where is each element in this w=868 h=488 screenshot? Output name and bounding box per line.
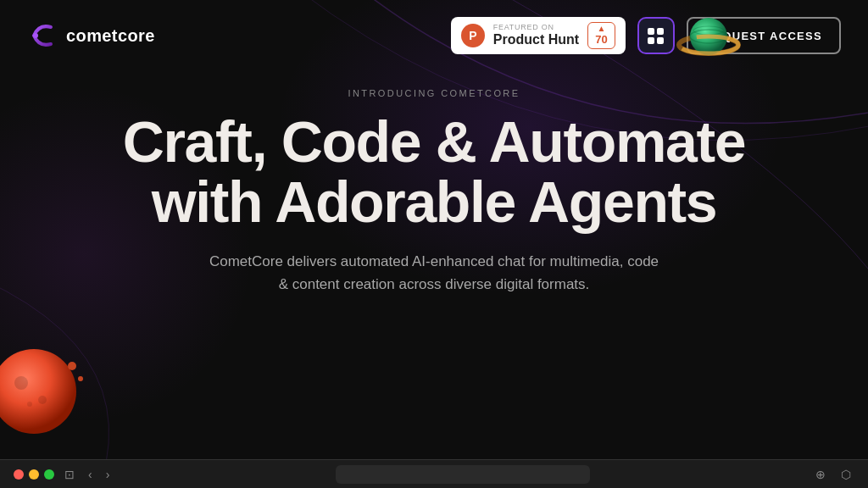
taskbar-right: ⊕ ⬡ <box>812 468 854 481</box>
svg-point-9 <box>27 402 32 407</box>
close-button-dot[interactable] <box>14 469 24 480</box>
hero-title: Craft, Code & Automate with Adorable Age… <box>123 112 745 233</box>
svg-point-10 <box>68 362 76 370</box>
main-content: cometcore P FEATURED ON Product Hunt ▲ 7… <box>0 0 868 459</box>
dice-grid-icon <box>648 28 664 44</box>
nav-forward-button[interactable]: › <box>103 468 114 481</box>
nav-right: P FEATURED ON Product Hunt ▲ 70 <box>451 17 841 54</box>
ph-vote-box: ▲ 70 <box>587 22 615 49</box>
taskbar-left: ⊡ ‹ › <box>14 468 113 481</box>
logo-text: cometcore <box>66 26 155 46</box>
logo-area: cometcore <box>27 20 155 51</box>
hero-subtitle: CometCore delivers automated AI-enhanced… <box>205 250 663 296</box>
planet-left-decoration <box>0 332 85 437</box>
dice-dot-1 <box>648 28 654 35</box>
svg-point-8 <box>38 396 47 404</box>
nav-back-button[interactable]: ‹ <box>85 468 96 481</box>
hero-title-line2: with Adorable Agents <box>152 169 717 234</box>
hero-title-line1: Craft, Code & Automate <box>123 109 745 174</box>
svg-point-7 <box>14 376 28 390</box>
share-button[interactable]: ⬡ <box>837 468 854 481</box>
app-grid-button[interactable] <box>637 17 675 54</box>
ph-vote-count: 70 <box>595 33 607 47</box>
ph-name: Product Hunt <box>493 32 579 47</box>
svg-point-11 <box>78 376 83 381</box>
add-tab-button[interactable]: ⊕ <box>812 468 829 481</box>
minimize-button-dot[interactable] <box>29 469 39 480</box>
svg-point-6 <box>0 349 76 434</box>
traffic-lights <box>14 469 54 480</box>
svg-point-0 <box>33 33 38 38</box>
intro-label: INTRODUCING COMETCORE <box>348 88 520 98</box>
ph-logo-icon: P <box>461 24 485 47</box>
maximize-button-dot[interactable] <box>44 469 54 480</box>
planet-decoration <box>675 7 743 75</box>
product-hunt-badge[interactable]: P FEATURED ON Product Hunt ▲ 70 <box>451 17 626 54</box>
dice-dot-3 <box>648 37 654 44</box>
hero-section: INTRODUCING COMETCORE Craft, Code & Auto… <box>72 88 796 296</box>
dice-dot-2 <box>657 28 664 35</box>
ph-text-area: FEATURED ON Product Hunt <box>493 24 579 47</box>
cometcore-logo-icon <box>27 20 58 51</box>
window-tile-button[interactable]: ⊡ <box>61 468 78 481</box>
url-bar[interactable] <box>336 465 590 484</box>
ph-vote-arrow: ▲ <box>597 25 605 33</box>
taskbar-center <box>113 465 812 484</box>
dice-dot-4 <box>657 37 664 44</box>
ph-featured-label: FEATURED ON <box>493 24 579 32</box>
taskbar: ⊡ ‹ › ⊕ ⬡ <box>0 459 868 488</box>
